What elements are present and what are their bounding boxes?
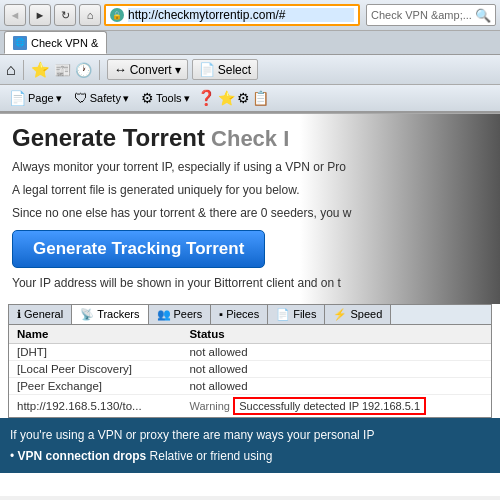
toolbar-row-1: ⌂ ⭐ 📰 🕐 ↔ Convert ▾ 📄 Select bbox=[0, 55, 500, 85]
generate-torrent-button[interactable]: Generate Tracking Torrent bbox=[12, 230, 265, 268]
tab-peers[interactable]: 👥 Peers bbox=[149, 305, 212, 324]
nav-bar: ◄ ► ↻ ⌂ 🔒 http://checkmytorrentip.com/# … bbox=[0, 0, 500, 31]
safety-label: Safety bbox=[90, 92, 121, 104]
page-menu[interactable]: 📄 Page ▾ bbox=[4, 89, 67, 107]
page-title: Generate Torrent Check I bbox=[12, 124, 488, 153]
tab-trackers[interactable]: 📡 Trackers bbox=[72, 305, 148, 324]
safety-icon: 🛡 bbox=[74, 90, 88, 106]
page-icon: 📄 bbox=[9, 90, 26, 106]
tab-speed[interactable]: ⚡ Speed bbox=[325, 305, 391, 324]
page-desc-1: Always monitor your torrent IP, especial… bbox=[12, 158, 488, 176]
help-icon[interactable]: ❓ bbox=[197, 89, 216, 107]
bottom-text: If you're using a VPN or proxy there are… bbox=[10, 426, 490, 444]
convert-icon: ↔ bbox=[114, 62, 127, 77]
table-row-highlight: http://192.168.5.130/to... Warning Succe… bbox=[9, 394, 491, 417]
page-content: Generate Torrent Check I Always monitor … bbox=[0, 114, 500, 496]
tools-icon: ⚙ bbox=[141, 90, 154, 106]
row1-status: not allowed bbox=[181, 343, 491, 360]
files-icon: 📄 bbox=[276, 308, 290, 321]
refresh-button[interactable]: ↻ bbox=[54, 4, 76, 26]
safety-menu[interactable]: 🛡 Safety ▾ bbox=[69, 89, 134, 107]
row3-name: [Peer Exchange] bbox=[9, 377, 181, 394]
convert-label: Convert bbox=[130, 63, 172, 77]
addon-icon-1: ⭐ bbox=[218, 90, 235, 106]
tab-favicon: 🌐 bbox=[13, 36, 27, 50]
detected-ip-label: Warning bbox=[189, 400, 230, 412]
address-bar[interactable]: 🔒 http://checkmytorrentip.com/# bbox=[104, 4, 360, 26]
tracker-tabs: ℹ General 📡 Trackers 👥 Peers ▪ Pieces 📄 … bbox=[9, 305, 491, 325]
row4-status: Warning Successfully detected IP 192.168… bbox=[181, 394, 491, 417]
row2-name: [Local Peer Discovery] bbox=[9, 360, 181, 377]
addon-icon-2: ⚙ bbox=[237, 90, 250, 106]
trackers-icon: 📡 bbox=[80, 308, 94, 321]
pieces-icon: ▪ bbox=[219, 308, 223, 320]
convert-button[interactable]: ↔ Convert ▾ bbox=[107, 59, 188, 80]
page-desc-3: Since no one else has your torrent & the… bbox=[12, 204, 488, 222]
toolbar-row-2: 📄 Page ▾ 🛡 Safety ▾ ⚙ Tools ▾ ❓ ⭐ ⚙ 📋 bbox=[0, 85, 500, 113]
bullet1-rest: Relative or friend using bbox=[150, 449, 273, 463]
tab-speed-label: Speed bbox=[350, 308, 382, 320]
select-icon: 📄 bbox=[199, 62, 215, 77]
page-desc-2: A legal torrent file is generated unique… bbox=[12, 181, 488, 199]
convert-dropdown-icon: ▾ bbox=[175, 63, 181, 77]
row4-name: http://192.168.5.130/to... bbox=[9, 394, 181, 417]
tab-peers-label: Peers bbox=[174, 308, 203, 320]
col-name-header: Name bbox=[9, 325, 181, 344]
tab-bar: 🌐 Check VPN & bbox=[0, 31, 500, 55]
title-suffix: Check I bbox=[205, 126, 289, 151]
divider-1 bbox=[23, 60, 24, 80]
tab-title: Check VPN & bbox=[31, 37, 98, 49]
home-button[interactable]: ⌂ bbox=[79, 4, 101, 26]
table-row: [Local Peer Discovery] not allowed bbox=[9, 360, 491, 377]
addon-icon-3: 📋 bbox=[252, 90, 269, 106]
row2-status: not allowed bbox=[181, 360, 491, 377]
row3-status: not allowed bbox=[181, 377, 491, 394]
tab-pieces[interactable]: ▪ Pieces bbox=[211, 305, 268, 324]
col-status-header: Status bbox=[181, 325, 491, 344]
tab-pieces-label: Pieces bbox=[226, 308, 259, 320]
browser-tab-active[interactable]: 🌐 Check VPN & bbox=[4, 31, 107, 54]
address-text: http://checkmytorrentip.com/# bbox=[128, 8, 354, 22]
general-icon: ℹ bbox=[17, 308, 21, 321]
back-button[interactable]: ◄ bbox=[4, 4, 26, 26]
peers-icon: 👥 bbox=[157, 308, 171, 321]
tab-trackers-label: Trackers bbox=[97, 308, 139, 320]
bullet-item-1: • VPN connection drops Relative or frien… bbox=[10, 447, 490, 465]
select-button[interactable]: 📄 Select bbox=[192, 59, 258, 80]
tracker-area: ℹ General 📡 Trackers 👥 Peers ▪ Pieces 📄 … bbox=[8, 304, 492, 418]
tools-dropdown-icon: ▾ bbox=[184, 92, 190, 105]
favorites-icon: ⭐ bbox=[31, 61, 50, 79]
feeds-icon: 📰 bbox=[54, 62, 71, 78]
tab-general[interactable]: ℹ General bbox=[9, 305, 72, 324]
ip-note: Your IP address will be shown in your Bi… bbox=[12, 276, 488, 290]
page-dropdown-icon: ▾ bbox=[56, 92, 62, 105]
bottom-info: If you're using a VPN or proxy there are… bbox=[0, 418, 500, 473]
forward-button[interactable]: ► bbox=[29, 4, 51, 26]
tab-files[interactable]: 📄 Files bbox=[268, 305, 325, 324]
tools-label: Tools bbox=[156, 92, 182, 104]
title-main: Generate Torrent bbox=[12, 124, 205, 151]
table-row: [Peer Exchange] not allowed bbox=[9, 377, 491, 394]
bullet1-strong: VPN connection drops bbox=[18, 449, 147, 463]
page-label: Page bbox=[28, 92, 54, 104]
tracker-table: Name Status [DHT] not allowed [Local Pee… bbox=[9, 325, 491, 417]
tab-general-label: General bbox=[24, 308, 63, 320]
divider-2 bbox=[99, 60, 100, 80]
speed-icon: ⚡ bbox=[333, 308, 347, 321]
history-icon: 🕐 bbox=[75, 62, 92, 78]
search-box[interactable]: Check VPN &amp;... 🔍 bbox=[366, 4, 496, 26]
home-icon: ⌂ bbox=[6, 61, 16, 79]
page-header: Generate Torrent Check I Always monitor … bbox=[0, 114, 500, 304]
safety-dropdown-icon: ▾ bbox=[123, 92, 129, 105]
ip-highlight-box: Successfully detected IP 192.168.5.1 bbox=[233, 397, 426, 415]
tab-files-label: Files bbox=[293, 308, 316, 320]
tools-menu[interactable]: ⚙ Tools ▾ bbox=[136, 89, 195, 107]
site-icon: 🔒 bbox=[110, 8, 124, 22]
row1-name: [DHT] bbox=[9, 343, 181, 360]
select-label: Select bbox=[218, 63, 251, 77]
table-row: [DHT] not allowed bbox=[9, 343, 491, 360]
search-icon: 🔍 bbox=[475, 8, 491, 23]
search-text: Check VPN &amp;... bbox=[371, 9, 475, 21]
